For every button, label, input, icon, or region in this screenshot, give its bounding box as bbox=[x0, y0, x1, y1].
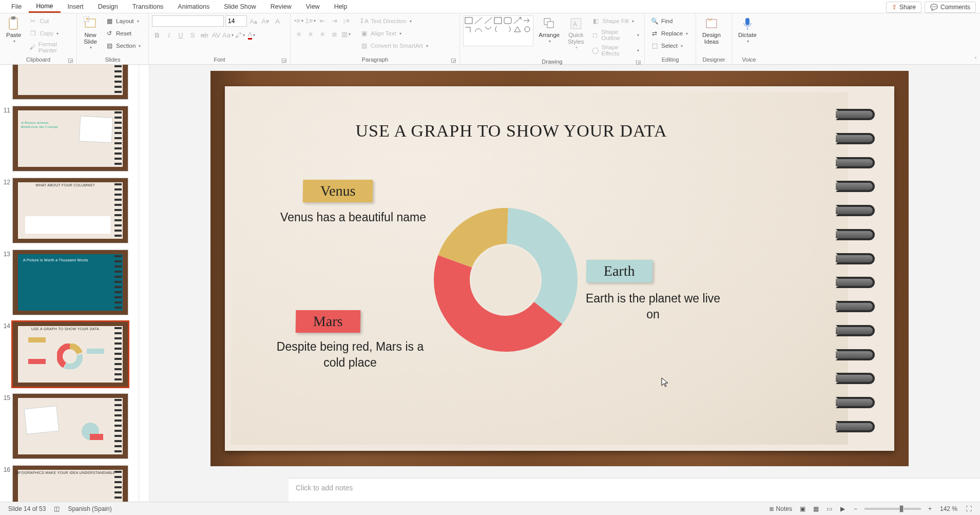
select-button[interactable]: ⬚Select▾ bbox=[648, 40, 690, 51]
zoom-value[interactable]: 142 % bbox=[936, 505, 962, 512]
accessibility-icon[interactable]: ◫ bbox=[50, 505, 64, 512]
align-text-button[interactable]: ▣Align Text▾ bbox=[357, 28, 430, 39]
shapes-gallery[interactable] bbox=[463, 15, 533, 46]
decrease-font-icon[interactable]: A▾ bbox=[260, 16, 271, 26]
italic-icon[interactable]: I bbox=[164, 30, 174, 40]
line-spacing-icon[interactable]: ↕≡ bbox=[341, 15, 351, 26]
spacing-icon[interactable]: AV bbox=[211, 30, 221, 40]
slide-canvas[interactable]: USE A GRAPH TO SHOW YOUR DATA Venus Venu… bbox=[210, 71, 909, 466]
replace-button[interactable]: ⇄Replace▾ bbox=[648, 28, 690, 39]
view-reading-icon[interactable]: ▭ bbox=[823, 504, 836, 514]
find-button[interactable]: 🔍Find bbox=[648, 15, 690, 27]
convert-smartart-button[interactable]: ▧Convert to SmartArt▾ bbox=[357, 40, 430, 51]
cut-button[interactable]: ✂Cut bbox=[26, 15, 73, 27]
design-ideas-button[interactable]: Design Ideas bbox=[699, 15, 724, 46]
arrange-button[interactable]: Arrange▾ bbox=[535, 15, 563, 45]
slide-title[interactable]: USE A GRAPH TO SHOW YOUR DATA bbox=[231, 121, 792, 141]
shadow-icon[interactable]: S bbox=[187, 30, 198, 40]
zoom-slider[interactable] bbox=[864, 508, 921, 510]
dialog-launcher-icon[interactable]: ◲ bbox=[67, 57, 73, 63]
tape-venus[interactable]: Venus bbox=[303, 180, 373, 202]
align-center-icon[interactable]: ≡ bbox=[305, 29, 316, 39]
zoom-out-icon[interactable]: − bbox=[850, 505, 861, 512]
underline-icon[interactable]: U bbox=[176, 30, 186, 40]
indent-inc-icon[interactable]: ⇥ bbox=[329, 15, 339, 26]
language-button[interactable]: Spanish (Spain) bbox=[64, 505, 116, 512]
quick-styles-button[interactable]: A Quick Styles▾ bbox=[565, 15, 587, 51]
indent-dec-icon[interactable]: ⇤ bbox=[317, 15, 328, 26]
slide-thumbnail[interactable] bbox=[12, 65, 128, 100]
tab-review[interactable]: Review bbox=[263, 1, 299, 13]
shape-fill-button[interactable]: ◧Shape Fill▾ bbox=[589, 15, 641, 27]
tab-file[interactable]: File bbox=[4, 1, 29, 13]
share-button[interactable]: ⇪ Share bbox=[886, 2, 921, 13]
bold-icon[interactable]: B bbox=[152, 30, 162, 40]
copy-button[interactable]: ❐Copy▾ bbox=[26, 28, 73, 39]
desc-venus[interactable]: Venus has a beautiful name bbox=[276, 209, 430, 225]
slide-counter[interactable]: Slide 14 of 53 bbox=[4, 505, 50, 512]
align-right-icon[interactable]: ≡ bbox=[317, 29, 328, 39]
layout-button[interactable]: ▦Layout▾ bbox=[103, 15, 143, 27]
dialog-launcher-icon[interactable]: ◲ bbox=[450, 57, 456, 63]
format-painter-button[interactable]: 🖌Format Painter bbox=[26, 40, 73, 54]
clear-format-icon[interactable]: A̶ bbox=[272, 16, 282, 26]
copy-icon: ❐ bbox=[28, 29, 37, 38]
group-designer-label: Designer bbox=[702, 56, 725, 63]
brush-icon: 🖌 bbox=[28, 43, 36, 52]
desc-earth[interactable]: Earth is the planet we live on bbox=[581, 291, 725, 322]
columns-icon[interactable]: ▥▾ bbox=[341, 29, 351, 39]
slide-thumbnail-selected[interactable]: USE A GRAPH TO SHOW YOUR DATA bbox=[12, 321, 128, 387]
slide-thumbnail[interactable]: A Picture is Worth a Thousand Words bbox=[12, 250, 128, 315]
paste-button[interactable]: Paste ▾ bbox=[3, 15, 24, 45]
reset-button[interactable]: ↺Reset bbox=[103, 28, 143, 39]
text-direction-button[interactable]: ↧AText Direction▾ bbox=[357, 15, 430, 27]
highlight-icon[interactable]: 🖍▾ bbox=[235, 30, 245, 40]
slide-thumbnail[interactable]: A Picture Always Reinforces the Concept bbox=[12, 106, 128, 171]
slide-thumbnail[interactable]: INFOGRAPHICS MAKE YOUR IDEA UNDERSTANDAB… bbox=[12, 465, 128, 502]
shape-effects-button[interactable]: ◯Shape Effects▾ bbox=[589, 43, 641, 58]
new-slide-button[interactable]: ✶ New Slide ▾ bbox=[80, 15, 101, 51]
view-slideshow-icon[interactable]: ▶ bbox=[836, 504, 850, 514]
slide-editor[interactable]: USE A GRAPH TO SHOW YOUR DATA Venus Venu… bbox=[139, 65, 980, 502]
tape-earth[interactable]: Earth bbox=[586, 260, 652, 282]
desc-mars[interactable]: Despite being red, Mars is a cold place bbox=[268, 339, 432, 371]
slide-thumbnail[interactable] bbox=[12, 393, 128, 459]
align-left-icon[interactable]: ≡ bbox=[294, 29, 304, 39]
replace-icon: ⇄ bbox=[650, 29, 659, 38]
tape-mars[interactable]: Mars bbox=[296, 310, 360, 333]
tab-insert[interactable]: Insert bbox=[61, 1, 91, 13]
font-size-input[interactable] bbox=[225, 15, 247, 27]
tab-design[interactable]: Design bbox=[91, 1, 125, 13]
increase-font-icon[interactable]: A▴ bbox=[248, 16, 259, 26]
fill-icon: ◧ bbox=[591, 16, 601, 26]
tab-transitions[interactable]: Transitions bbox=[125, 1, 171, 13]
tab-animations[interactable]: Animations bbox=[170, 1, 217, 13]
svg-rect-5 bbox=[465, 17, 472, 24]
slide-thumbnail[interactable]: WHAT ABOUT FOUR COLUMNS? bbox=[12, 178, 128, 243]
numbering-icon[interactable]: 1≡▾ bbox=[305, 15, 316, 26]
zoom-in-icon[interactable]: + bbox=[924, 505, 936, 512]
tab-slideshow[interactable]: Slide Show bbox=[217, 1, 263, 13]
font-name-input[interactable] bbox=[152, 15, 224, 27]
dialog-launcher-icon[interactable]: ◲ bbox=[281, 57, 287, 63]
donut-chart[interactable] bbox=[421, 195, 590, 365]
justify-icon[interactable]: ≣ bbox=[329, 29, 339, 39]
notes-input[interactable]: Click to add notes bbox=[289, 478, 980, 502]
change-case-icon[interactable]: Aa▾ bbox=[223, 30, 233, 40]
view-sorter-icon[interactable]: ▦ bbox=[810, 504, 823, 514]
arrange-icon bbox=[542, 16, 556, 31]
collapse-ribbon-icon[interactable]: ˄ bbox=[974, 56, 977, 62]
strike-icon[interactable]: ab bbox=[199, 30, 209, 40]
font-color-icon[interactable]: A▾ bbox=[246, 30, 257, 40]
notes-toggle[interactable]: ≣ Notes bbox=[765, 505, 796, 512]
fit-window-icon[interactable]: ⛶ bbox=[962, 505, 976, 512]
bullets-icon[interactable]: •≡▾ bbox=[294, 15, 304, 26]
comments-button[interactable]: 💬 Comments bbox=[925, 2, 976, 13]
tab-view[interactable]: View bbox=[299, 1, 327, 13]
section-button[interactable]: ▤Section▾ bbox=[103, 40, 143, 51]
dictate-button[interactable]: Dictate▾ bbox=[735, 15, 760, 45]
view-normal-icon[interactable]: ▣ bbox=[796, 504, 810, 514]
tab-help[interactable]: Help bbox=[327, 1, 355, 13]
tab-home[interactable]: Home bbox=[29, 0, 60, 13]
shape-outline-button[interactable]: ◻Shape Outline▾ bbox=[589, 28, 641, 42]
